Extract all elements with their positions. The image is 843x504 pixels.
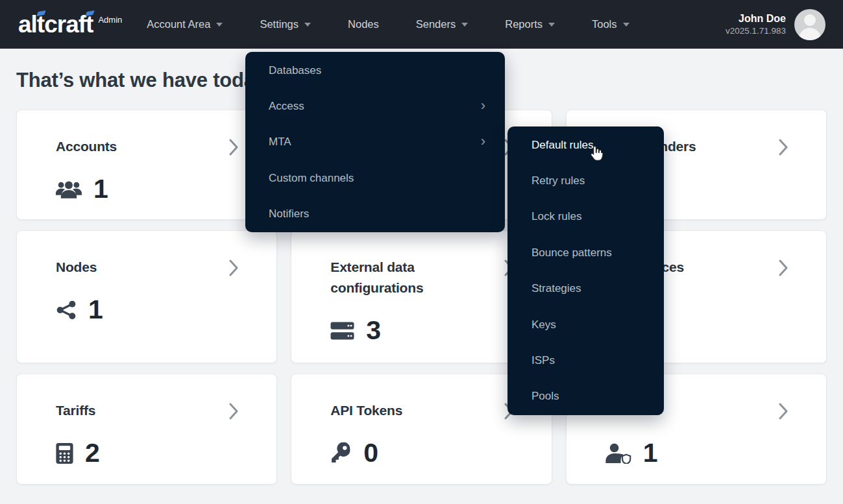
- key-icon: [330, 442, 352, 464]
- users-icon: [56, 180, 82, 199]
- card-title: Nodes: [56, 257, 97, 278]
- card-nodes[interactable]: Nodes 1: [16, 230, 277, 363]
- chevron-down-icon: [461, 23, 468, 27]
- card-title: Tariffs: [56, 400, 95, 421]
- submenu-item-bounce-patterns[interactable]: Bounce patterns: [507, 235, 664, 270]
- submenu-item-retry-rules[interactable]: Retry rules: [507, 163, 664, 198]
- altcraft-logo: altcraft: [18, 9, 93, 40]
- brand[interactable]: altcraft Admin: [18, 9, 122, 40]
- user-shield-icon: [605, 443, 631, 464]
- menu-item-databases[interactable]: Databases: [245, 53, 505, 88]
- chevron-right-icon: [229, 402, 239, 420]
- chevron-right-icon: [779, 402, 788, 420]
- submenu-item-lock-rules[interactable]: Lock rules: [507, 199, 664, 235]
- card-count: 1: [88, 294, 104, 325]
- chevron-right-icon: [229, 259, 239, 277]
- user-name: John Doe: [726, 12, 786, 25]
- nav-item-account-area[interactable]: Account Area: [147, 18, 223, 30]
- share-icon: [56, 300, 77, 320]
- chevron-down-icon: [548, 23, 555, 27]
- app-version: v2025.1.71.983: [726, 25, 786, 37]
- user-block[interactable]: John Doe v2025.1.71.983: [726, 9, 825, 40]
- card-count: 1: [643, 438, 659, 468]
- chevron-down-icon: [216, 23, 223, 27]
- menu-item-mta[interactable]: MTA›: [245, 125, 505, 160]
- chevron-right-icon: [229, 138, 239, 156]
- nav-item-reports[interactable]: Reports: [505, 18, 555, 30]
- nav-item-senders[interactable]: Senders: [416, 18, 468, 30]
- menu-item-access[interactable]: Access›: [245, 88, 505, 124]
- server-icon: [330, 321, 354, 341]
- calculator-icon: [56, 443, 73, 464]
- nav-item-nodes[interactable]: Nodes: [348, 18, 379, 30]
- nav-item-tools[interactable]: Tools: [592, 18, 629, 30]
- card-accounts[interactable]: Accounts 1: [16, 110, 277, 220]
- card-title: API Tokens: [330, 400, 402, 421]
- card-count: 3: [366, 315, 382, 346]
- user-avatar[interactable]: [794, 9, 825, 40]
- menu-item-custom-channels[interactable]: Custom channels: [245, 160, 505, 196]
- submenu-item-pools[interactable]: Pools: [507, 379, 664, 414]
- submenu-arrow-icon: ›: [481, 134, 485, 149]
- card-title: External data configurations: [330, 257, 489, 298]
- settings-dropdown-menu: Databases Access› MTA› Custom channels N…: [245, 52, 505, 232]
- submenu-item-default-rules[interactable]: Default rules: [507, 127, 664, 163]
- card-tariffs[interactable]: Tariffs 2: [16, 374, 277, 485]
- card-count: 1: [93, 174, 109, 204]
- chevron-right-icon: [779, 259, 788, 277]
- chevron-down-icon: [304, 23, 311, 27]
- mta-submenu: Default rules Retry rules Lock rules Bou…: [507, 126, 664, 415]
- card-title: Accounts: [56, 136, 117, 157]
- chevron-right-icon: [779, 138, 788, 156]
- chevron-down-icon: [623, 23, 629, 27]
- submenu-item-strategies[interactable]: Strategies: [507, 271, 664, 307]
- submenu-arrow-icon: ›: [481, 99, 485, 113]
- submenu-item-keys[interactable]: Keys: [507, 307, 664, 342]
- top-navbar: altcraft Admin Account Area Settings Nod…: [0, 0, 843, 49]
- nav-menu: Account Area Settings Nodes Senders Repo…: [147, 18, 666, 30]
- nav-item-settings[interactable]: Settings: [260, 18, 311, 30]
- card-count: 0: [363, 438, 379, 468]
- user-meta: John Doe v2025.1.71.983: [726, 12, 786, 37]
- menu-item-notifiers[interactable]: Notifiers: [245, 197, 505, 232]
- submenu-item-isps[interactable]: ISPs: [507, 342, 664, 378]
- card-count: 2: [85, 438, 101, 468]
- admin-badge: Admin: [98, 15, 122, 25]
